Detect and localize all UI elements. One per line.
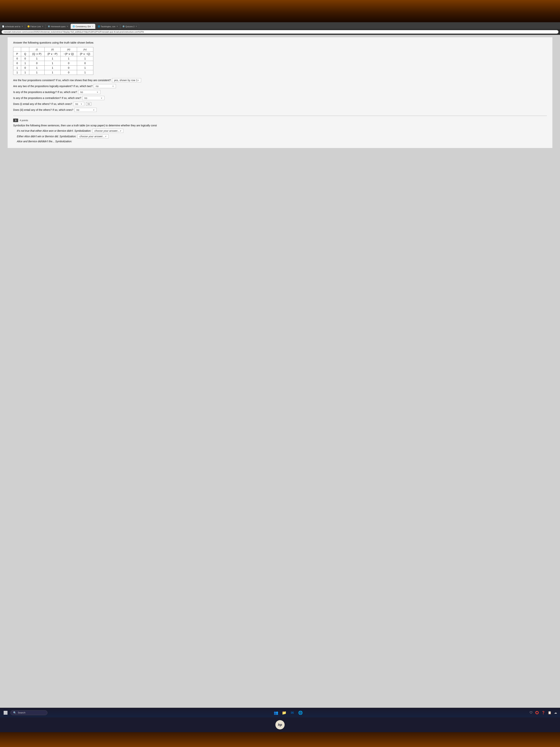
page-content: Answer the following questions using the… (7, 37, 553, 148)
table-row: 0 0 1 1 1 1 (14, 56, 93, 61)
tab-close-consistency[interactable]: ✕ (92, 25, 93, 27)
cell-ii-3: 1 (45, 70, 60, 75)
cell-i-1: 0 (29, 61, 45, 66)
table-row: 1 1 1 1 0 1 (14, 70, 93, 75)
answer-dropdown-3[interactable]: no ∨ (78, 90, 100, 94)
sub-question-label-1: It's not true that either Alice won or B… (17, 129, 91, 132)
qa-label-3: Is any of the propositions a tautology? … (13, 91, 77, 94)
cell-iv-0: 1 (77, 56, 93, 61)
answer-text-3: no (80, 91, 83, 94)
table-row: 0 1 0 1 0 0 (14, 61, 93, 66)
cell-p-2: 1 (14, 66, 21, 70)
chevron-down-icon-4: ∨ (101, 97, 102, 99)
taskbar-document-icon[interactable]: 📋 (547, 710, 552, 715)
tab-quizzes[interactable]: ⚙️ Quizzes 2 ✕ (121, 24, 139, 29)
answer-dropdown-4[interactable]: no ∨ (82, 96, 104, 100)
taskbar-antivirus-icon[interactable]: 🛡 (529, 710, 533, 715)
taskbar-chrome-icon[interactable]: ⭕ (534, 710, 540, 715)
answer-dropdown-6[interactable]: no ∨ (75, 108, 97, 112)
file-explorer-icon: 📁 (282, 711, 287, 715)
answer-text-1: yes, shown by row 1 (114, 79, 138, 82)
cell-ii-1: 1 (45, 61, 60, 66)
cell-iii-2: 0 (60, 66, 77, 70)
cell-ii-0: 1 (45, 56, 60, 61)
question-block-3: 3 4 points Symbolize the following three… (13, 115, 547, 143)
col-q-formula: Q (21, 52, 29, 56)
col-ii-header: (ii) (45, 47, 60, 52)
tab-icon-homework: ⚙️ (48, 25, 50, 27)
tab-icon-tautologies: 🌐 (98, 25, 100, 27)
question-text-3: Symbolize the following three sentences,… (13, 124, 547, 127)
taskbar-cloud-icon[interactable]: ☁ (553, 710, 558, 715)
answer-text-6: no (77, 108, 79, 111)
taskbar-search-box[interactable]: 🔍 Search (10, 710, 47, 715)
tab-label-homework: Homework ques (51, 25, 65, 28)
tab-close-homework[interactable]: ✕ (67, 25, 68, 27)
tab-label-consistency: Consistency, Ent (76, 25, 91, 28)
windows-start-icon (4, 711, 7, 715)
col-q-header (21, 47, 29, 52)
cell-p-3: 1 (14, 70, 21, 75)
qa-row-1: Are the four propositions consistent? If… (13, 78, 547, 82)
tab-scheduals[interactable]: 📄 scheduals and to ✕ (0, 24, 25, 29)
col-iv-header: (iv) (77, 47, 93, 52)
tab-bar: 📄 scheduals and to ✕ 🟡 Falcon Link ✕ ⚙️ … (0, 22, 560, 29)
sub-question-label-2: Either Alice didn't win or Bernice did. … (17, 135, 76, 138)
tab-close-falcon[interactable]: ✕ (42, 25, 43, 27)
taskbar-app-outlook[interactable]: ✉ (289, 710, 296, 716)
tab-icon-consistency: 🌐 (73, 25, 75, 27)
cell-iii-0: 1 (60, 56, 77, 61)
sub-answer-dropdown-2[interactable]: choose your answer... ∨ (77, 134, 108, 138)
tab-label-quizzes: Quizzes 2 (125, 25, 134, 28)
cell-q-2: 0 (21, 66, 29, 70)
start-button[interactable] (2, 710, 9, 716)
points-label-3: 4 points (20, 119, 28, 122)
browser-chrome: 📄 scheduals and to ✕ 🟡 Falcon Link ✕ ⚙️ … (0, 22, 560, 35)
taskbar-app-browser[interactable]: 🌐 (297, 710, 304, 716)
cell-iv-1: 0 (77, 61, 93, 66)
tooltip-no: no (86, 102, 91, 106)
col-iv-formula: (P ∨ ~Q) (77, 52, 93, 56)
tab-close-quizzes[interactable]: ✕ (136, 25, 137, 27)
answer-dropdown-1[interactable]: yes, shown by row 1 ∨ (112, 78, 141, 82)
top-ambient (0, 0, 560, 22)
tab-label-falcon: Falcon Link (30, 25, 41, 28)
tab-tautologies[interactable]: 🌐 Tautologies, con ✕ (96, 24, 120, 29)
taskbar-right-area: 🛡 ⭕ ❓ 📋 ☁ (529, 710, 558, 715)
taskbar-app-file-explorer[interactable]: 📁 (281, 710, 287, 716)
taskbar-center-apps: 👥 📁 ✉ 🌐 (49, 710, 527, 716)
sub-answer-text-1: choose your answer... (95, 129, 119, 132)
truth-table: (i) (ii) (iii) (iv) P Q (Q ⊃ P) (P ∨ ~P)… (13, 47, 93, 75)
chevron-down-icon-sub2: ∨ (105, 135, 106, 138)
cell-i-3: 1 (29, 70, 45, 75)
tab-close-tautologies[interactable]: ✕ (116, 25, 118, 27)
sub-question-label-3: Alice and Bernice did/didn't the... Symb… (17, 140, 72, 143)
hp-logo: hp (275, 720, 285, 729)
taskbar-app-teams[interactable]: 👥 (273, 710, 279, 716)
tab-consistency[interactable]: 🌐 Consistency, Ent ✕ (71, 24, 96, 29)
answer-dropdown-2[interactable]: no ∨ (94, 84, 116, 88)
chevron-down-icon-5: ∨ (81, 103, 82, 105)
answer-dropdown-5[interactable]: no ∨ (73, 102, 84, 106)
taskbar-help-icon[interactable]: ❓ (541, 710, 546, 715)
cell-iii-3: 0 (60, 70, 77, 75)
cell-p-0: 0 (14, 56, 21, 61)
bottom-ambient (0, 732, 560, 747)
sub-question-1: It's not true that either Alice won or B… (17, 129, 547, 133)
qa-row-4: Is any of the propositions a contradicti… (13, 96, 547, 100)
hp-logo-area: hp (0, 717, 560, 732)
taskbar: 🔍 Search 👥 📁 ✉ 🌐 🛡 ⭕ ❓ 📋 ☁ (0, 708, 560, 717)
address-bar[interactable]: messiah.instructure.com/courses/2026214/… (1, 30, 559, 34)
tab-label-scheduals: scheduals and to (5, 25, 20, 28)
sub-answer-text-2: choose your answer... (79, 135, 105, 138)
qa-label-1: Are the four propositions consistent? If… (13, 79, 111, 82)
qa-label-6: Does (iii) entail any of the others? If … (13, 108, 73, 111)
col-p-formula: P (14, 52, 21, 56)
tab-falcon[interactable]: 🟡 Falcon Link ✕ (25, 24, 45, 29)
tab-close-scheduals[interactable]: ✕ (22, 25, 23, 27)
chevron-down-icon-2: ∨ (112, 85, 114, 87)
col-iii-header: (iii) (60, 47, 77, 52)
tab-homework[interactable]: ⚙️ Homework ques ✕ (46, 24, 70, 29)
chevron-down-icon-3: ∨ (97, 91, 98, 93)
sub-answer-dropdown-1[interactable]: choose your answer... ∨ (92, 129, 123, 133)
